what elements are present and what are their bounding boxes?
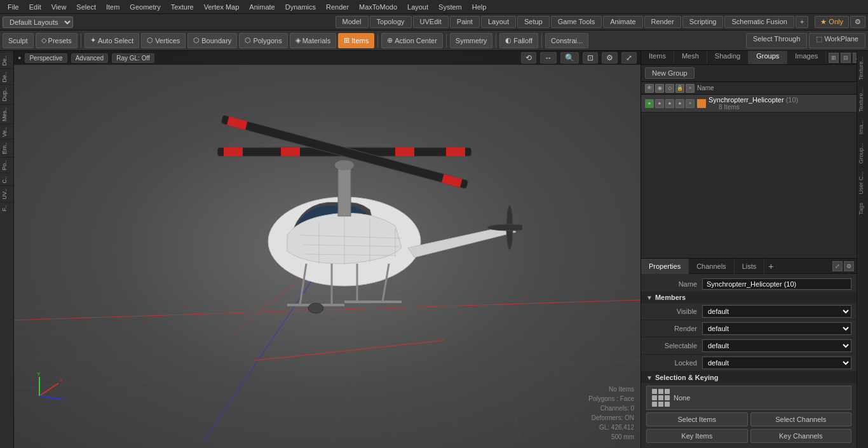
sidebar-item-uv[interactable]: UV.. xyxy=(0,186,13,202)
vp-icon-pan[interactable]: ↔ xyxy=(540,52,557,64)
selectable-select[interactable]: default xyxy=(702,339,851,352)
key-channels-button[interactable]: Key Channels xyxy=(750,429,852,443)
perspective-button[interactable]: Perspective xyxy=(25,53,67,63)
sel-keying-section[interactable]: ▼ Selection & Keying xyxy=(641,372,857,383)
items-button[interactable]: ⊞ Items xyxy=(338,33,374,48)
materials-button[interactable]: ◈ Materials xyxy=(290,33,337,48)
tab-uvedit[interactable]: UVEdit xyxy=(413,16,449,28)
sidebar-item-mes[interactable]: Mes.. xyxy=(0,104,13,124)
menu-view[interactable]: View xyxy=(46,0,72,14)
right-edge-texture2[interactable]: Texture... xyxy=(857,84,868,116)
right-edge-group[interactable]: Group... xyxy=(857,139,868,168)
row-lock-btn[interactable]: ● xyxy=(675,99,684,108)
props-tab-add[interactable]: + xyxy=(764,259,777,274)
render-icon[interactable]: ◉ xyxy=(655,84,664,93)
sidebar-item-po[interactable]: Po.. xyxy=(0,157,13,173)
tab-model[interactable]: Model xyxy=(336,16,369,28)
tab-groups[interactable]: Groups xyxy=(749,51,787,64)
sidebar-item-f[interactable]: F.. xyxy=(0,202,13,214)
props-tab-channels[interactable]: Channels xyxy=(689,259,734,274)
key-items-button[interactable]: Key Items xyxy=(646,429,748,443)
plus-icon[interactable]: + xyxy=(686,84,695,93)
menu-item[interactable]: Item xyxy=(101,0,125,14)
tab-mesh[interactable]: Mesh ... xyxy=(674,51,707,64)
tab-schematic[interactable]: Schematic Fusion xyxy=(724,16,794,28)
add-layout-tab[interactable]: + xyxy=(796,16,808,28)
members-section[interactable]: ▼ Members xyxy=(641,292,857,303)
right-edge-tags[interactable]: Tags xyxy=(857,198,868,219)
layout-dropdown[interactable]: Default Layouts xyxy=(3,17,73,28)
panel-icon-1[interactable]: ⊞ xyxy=(829,53,839,63)
select-through-button[interactable]: Select Through xyxy=(746,33,807,48)
action-center-button[interactable]: ⊕ Action Center xyxy=(381,33,443,48)
tab-paint[interactable]: Paint xyxy=(450,16,480,28)
sculpt-button[interactable]: Sculpt xyxy=(3,33,34,48)
menu-texture[interactable]: Texture xyxy=(166,0,199,14)
auto-select-button[interactable]: ✦ Auto Select xyxy=(85,33,139,48)
keying-none-btn[interactable]: None xyxy=(646,386,851,410)
props-tab-lists[interactable]: Lists xyxy=(735,259,765,274)
right-edge-userc[interactable]: User C... xyxy=(857,167,868,198)
symmetry-button[interactable]: Symmetry xyxy=(450,33,493,48)
new-group-button[interactable]: New Group xyxy=(645,67,695,79)
menu-render[interactable]: Render xyxy=(321,0,354,14)
menu-maxtomodo[interactable]: MaxToModo xyxy=(354,0,402,14)
tab-items[interactable]: Items xyxy=(641,51,674,64)
vp-icon-settings[interactable]: ⚙ xyxy=(602,52,618,64)
select-icon[interactable]: ◇ xyxy=(665,84,674,93)
menu-animate[interactable]: Animate xyxy=(244,0,280,14)
vp-icon-expand[interactable]: ⤢ xyxy=(621,52,637,64)
menu-file[interactable]: File xyxy=(3,0,24,14)
menu-layout[interactable]: Layout xyxy=(402,0,433,14)
constraints-button[interactable]: Constrai... xyxy=(545,33,588,48)
row-render-btn[interactable]: ● xyxy=(655,99,664,108)
group-row-helicopter[interactable]: ● ● ● ● + Synchropterr_Helicopter (10) 8… xyxy=(641,95,857,112)
menu-select[interactable]: Select xyxy=(71,0,101,14)
props-gear-icon[interactable]: ⚙ xyxy=(844,261,854,271)
menu-system[interactable]: System xyxy=(433,0,467,14)
presets-button[interactable]: ◇ Presets xyxy=(36,33,78,48)
select-items-button[interactable]: Select Items xyxy=(646,412,748,426)
eye-icon[interactable]: 👁 xyxy=(645,84,654,93)
ray-gl-button[interactable]: Ray GL: Off xyxy=(112,53,154,63)
polygons-button[interactable]: ⬡ Polygons xyxy=(239,33,287,48)
vertices-button[interactable]: ⬡ Vertices xyxy=(141,33,186,48)
select-channels-button[interactable]: Select Channels xyxy=(750,412,852,426)
right-edge-texture1[interactable]: Texture... xyxy=(857,52,868,84)
tab-layout[interactable]: Layout xyxy=(481,16,516,28)
row-add-btn[interactable]: + xyxy=(686,99,695,108)
tab-setup[interactable]: Setup xyxy=(517,16,550,28)
vp-icon-zoom[interactable]: 🔍 xyxy=(560,52,579,64)
star-only-toggle[interactable]: ★ Only xyxy=(815,16,849,28)
viewport[interactable]: X Y Z No Items Polygons : Face Channels:… xyxy=(14,51,641,448)
locked-select[interactable]: default xyxy=(702,356,851,369)
tab-render[interactable]: Render xyxy=(644,16,681,28)
sidebar-item-dup[interactable]: Dup.. xyxy=(0,85,13,104)
workplane-button[interactable]: ⬚ WorkPlane xyxy=(809,33,865,48)
lock-icon[interactable]: 🔒 xyxy=(675,84,684,93)
props-tab-properties[interactable]: Properties xyxy=(641,259,689,274)
menu-edit[interactable]: Edit xyxy=(24,0,46,14)
tab-shading[interactable]: Shading xyxy=(707,51,749,64)
sidebar-item-de1[interactable]: De.. xyxy=(0,52,13,69)
row-sel-btn[interactable]: ● xyxy=(665,99,674,108)
sidebar-item-em[interactable]: Em.. xyxy=(0,139,13,157)
layout-gear[interactable]: ⚙ xyxy=(850,16,865,28)
falloff-button[interactable]: ◐ Falloff xyxy=(499,33,538,48)
render-select[interactable]: default xyxy=(702,322,851,335)
tab-images[interactable]: Images xyxy=(787,51,826,64)
vp-icon-frame[interactable]: ⊡ xyxy=(583,52,598,64)
panel-icon-2[interactable]: ⊟ xyxy=(841,53,851,63)
sidebar-item-c[interactable]: C.. xyxy=(0,173,13,186)
menu-dynamics[interactable]: Dynamics xyxy=(280,0,321,14)
tab-topology[interactable]: Topology xyxy=(370,16,412,28)
tab-scripting[interactable]: Scripting xyxy=(682,16,724,28)
right-edge-ima[interactable]: Ima... xyxy=(857,116,868,139)
visible-select[interactable]: default xyxy=(702,305,851,318)
name-input[interactable] xyxy=(702,278,851,290)
row-eye-btn[interactable]: ● xyxy=(645,99,654,108)
tab-animate[interactable]: Animate xyxy=(603,16,642,28)
tab-gametools[interactable]: Game Tools xyxy=(551,16,602,28)
menu-geometry[interactable]: Geometry xyxy=(125,0,165,14)
advanced-button[interactable]: Advanced xyxy=(71,53,108,63)
